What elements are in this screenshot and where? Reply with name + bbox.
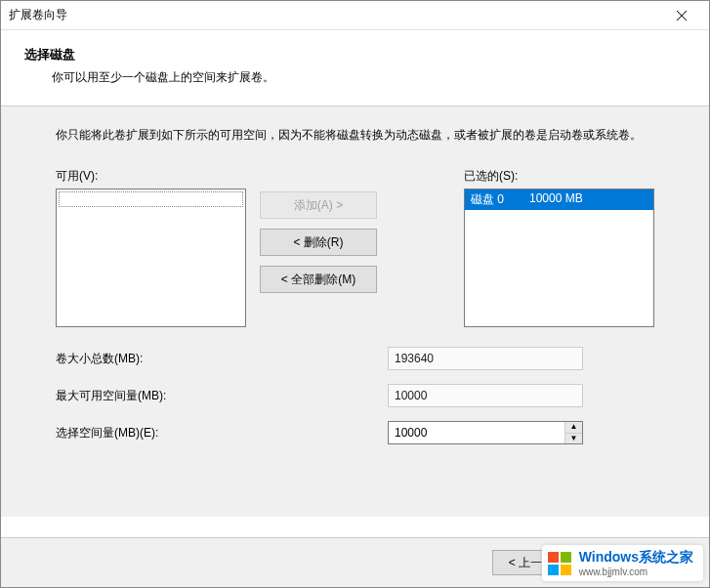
available-listbox[interactable]	[56, 189, 246, 327]
total-size-row: 卷大小总数(MB): 193640	[56, 347, 654, 370]
page-title: 选择磁盘	[24, 46, 686, 63]
select-space-spinner: ▲ ▼	[388, 421, 583, 444]
remove-all-button[interactable]: < 全部删除(M)	[260, 266, 377, 293]
total-size-value: 193640	[388, 347, 583, 370]
size-form: 卷大小总数(MB): 193640 最大可用空间量(MB): 10000 选择空…	[56, 347, 654, 444]
spinner-buttons: ▲ ▼	[564, 422, 582, 443]
wizard-content: 你只能将此卷扩展到如下所示的可用空间，因为不能将磁盘转换为动态磁盘，或者被扩展的…	[1, 106, 709, 517]
add-button[interactable]: 添加(A) >	[260, 191, 377, 219]
select-space-input[interactable]	[389, 422, 564, 443]
watermark-text: Windows系统之家 www.bjjmlv.com	[579, 549, 693, 577]
selected-label: 已选的(S):	[464, 168, 654, 185]
wizard-window: 扩展卷向导 选择磁盘 你可以用至少一个磁盘上的空间来扩展卷。 你只能将此卷扩展到…	[0, 0, 710, 588]
selected-listbox[interactable]: 磁盘 0 10000 MB	[464, 189, 654, 327]
spinner-down-button[interactable]: ▼	[565, 434, 582, 444]
max-space-value: 10000	[388, 384, 583, 407]
wizard-header: 选择磁盘 你可以用至少一个磁盘上的空间来扩展卷。	[1, 30, 709, 105]
total-size-label: 卷大小总数(MB):	[56, 351, 388, 367]
watermark: Windows系统之家 www.bjjmlv.com	[542, 545, 703, 581]
close-icon	[676, 10, 688, 21]
max-space-row: 最大可用空间量(MB): 10000	[56, 384, 654, 407]
max-space-label: 最大可用空间量(MB):	[56, 388, 388, 404]
selected-column: 已选的(S): 磁盘 0 10000 MB	[464, 168, 654, 327]
available-empty-row	[59, 191, 243, 207]
select-space-label: 选择空间量(MB)(E):	[56, 425, 388, 441]
spinner-up-button[interactable]: ▲	[565, 422, 582, 434]
page-subtitle: 你可以用至少一个磁盘上的空间来扩展卷。	[24, 69, 686, 86]
windows-logo-icon	[546, 550, 573, 577]
disk-name: 磁盘 0	[471, 191, 529, 208]
watermark-title: Windows系统之家	[579, 549, 693, 567]
explain-text: 你只能将此卷扩展到如下所示的可用空间，因为不能将磁盘转换为动态磁盘，或者被扩展的…	[56, 126, 654, 145]
list-item[interactable]: 磁盘 0 10000 MB	[465, 189, 653, 210]
remove-button[interactable]: < 删除(R)	[260, 229, 377, 256]
window-title: 扩展卷向导	[9, 7, 67, 23]
disk-selection-area: 可用(V): 添加(A) > < 删除(R) < 全部删除(M) 已选的(S):…	[56, 168, 654, 327]
transfer-buttons: 添加(A) > < 删除(R) < 全部删除(M)	[260, 168, 377, 327]
close-button[interactable]	[662, 2, 701, 29]
available-column: 可用(V):	[56, 168, 246, 327]
available-label: 可用(V):	[56, 168, 246, 185]
disk-size: 10000 MB	[529, 191, 583, 208]
watermark-url: www.bjjmlv.com	[579, 567, 693, 577]
titlebar: 扩展卷向导	[1, 1, 709, 30]
select-space-row: 选择空间量(MB)(E): ▲ ▼	[56, 421, 654, 444]
